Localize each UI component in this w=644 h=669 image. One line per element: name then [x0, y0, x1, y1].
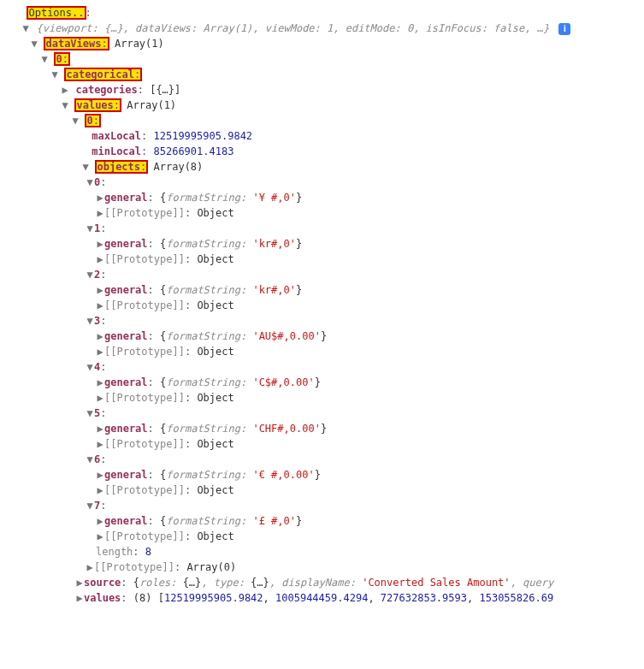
- tw-dv0[interactable]: ▼: [40, 51, 49, 67]
- fs-label-3: formatString:: [166, 330, 252, 342]
- tw-g4[interactable]: ▶: [96, 375, 104, 390]
- tw-values2[interactable]: ▶: [75, 590, 84, 606]
- val-length: 8: [145, 546, 151, 558]
- tw-o6[interactable]: ▼: [86, 452, 94, 467]
- key-dv0[interactable]: 0: [56, 53, 62, 65]
- fs-value-1: 'kr#,0': [252, 238, 296, 250]
- fs-value-6: '€ #,0.00': [252, 469, 314, 481]
- tw-objects[interactable]: ▼: [81, 159, 90, 175]
- colon: :: [86, 7, 92, 19]
- options-label[interactable]: Options..: [27, 7, 85, 19]
- proto-k-6[interactable]: [[Prototype]]: [104, 484, 185, 496]
- tw-proto-objects[interactable]: ▶: [86, 559, 94, 575]
- key-general-7[interactable]: general: [104, 515, 148, 527]
- key-v0[interactable]: 0: [86, 115, 92, 127]
- tw-p3[interactable]: ▶: [96, 344, 104, 359]
- proto-k-1[interactable]: [[Prototype]]: [104, 253, 185, 265]
- tw-g5[interactable]: ▶: [96, 421, 104, 436]
- tw-g2[interactable]: ▶: [96, 282, 104, 298]
- proto-v-2: Object: [197, 299, 233, 311]
- src-disp-v: 'Converted Sales Amount': [362, 577, 510, 589]
- proto-v-5: Object: [197, 438, 233, 450]
- v2-3: 153055826.69: [479, 592, 553, 604]
- key-length[interactable]: length: [96, 546, 133, 558]
- fs-label-0: formatString:: [166, 192, 252, 204]
- tw-g0[interactable]: ▶: [96, 190, 104, 205]
- tw-values[interactable]: ▼: [61, 98, 69, 113]
- brace-close: }: [296, 192, 302, 204]
- key-general-1[interactable]: general: [104, 238, 148, 250]
- proto-k-2[interactable]: [[Prototype]]: [104, 299, 185, 311]
- tw-o2[interactable]: ▼: [86, 267, 94, 282]
- key-values[interactable]: values: [76, 99, 113, 111]
- values2-count: (8): [133, 592, 152, 604]
- fs-value-3: 'AU$#,0.00': [252, 330, 320, 342]
- key-categorical[interactable]: categorical: [66, 68, 133, 80]
- proto-v-objects: Array(0): [186, 561, 236, 573]
- proto-k-7[interactable]: [[Prototype]]: [104, 530, 185, 542]
- v2-0: 12519995905.9842: [164, 592, 263, 604]
- type-dataviews: Array(1): [115, 38, 164, 50]
- tw-root[interactable]: ▼: [21, 21, 30, 36]
- fs-value-0: '¥ #,0': [252, 192, 296, 204]
- tw-o7[interactable]: ▼: [86, 498, 94, 513]
- tw-o5[interactable]: ▼: [86, 406, 94, 421]
- v2-1: 1005944459.4294: [275, 592, 368, 604]
- key-general-5[interactable]: general: [104, 423, 148, 435]
- fs-value-4: 'C$#,0.00': [252, 376, 314, 388]
- tw-p2[interactable]: ▶: [96, 298, 104, 313]
- type-values: Array(1): [127, 99, 176, 111]
- tw-p6[interactable]: ▶: [96, 483, 104, 498]
- key-general-6[interactable]: general: [104, 469, 148, 481]
- val-categories: [{…}]: [150, 84, 180, 96]
- tw-g6[interactable]: ▶: [96, 467, 104, 483]
- key-objects[interactable]: objects: [97, 161, 140, 173]
- key-general-2[interactable]: general: [104, 284, 148, 296]
- tw-g7[interactable]: ▶: [96, 513, 104, 529]
- key-dataviews[interactable]: dataViews: [45, 38, 101, 50]
- tw-o1[interactable]: ▼: [86, 221, 94, 236]
- tw-options[interactable]: [13, 5, 21, 21]
- key-source[interactable]: source: [84, 577, 121, 589]
- summary-root[interactable]: {viewport: {…}, dataViews: Array(1), vie…: [36, 22, 549, 34]
- tw-p0[interactable]: ▶: [96, 205, 104, 221]
- proto-k-5[interactable]: [[Prototype]]: [104, 438, 185, 450]
- proto-k-objects[interactable]: [[Prototype]]: [94, 561, 174, 573]
- key-minlocal[interactable]: minLocal: [92, 145, 141, 157]
- key-categories[interactable]: categories: [75, 84, 137, 96]
- tw-o4[interactable]: ▼: [86, 359, 94, 375]
- fs-value-7: '£ #,0': [252, 515, 296, 527]
- vals-open: [: [158, 592, 164, 604]
- tw-p4[interactable]: ▶: [96, 390, 104, 406]
- key-values2[interactable]: values: [84, 592, 121, 604]
- src-brace: {: [133, 577, 139, 589]
- tw-p5[interactable]: ▶: [96, 436, 104, 452]
- src-roles-v: {…}: [183, 577, 202, 589]
- tw-v0[interactable]: ▼: [71, 113, 80, 128]
- key-maxlocal[interactable]: maxLocal: [92, 130, 141, 142]
- tw-dataviews[interactable]: ▼: [30, 36, 38, 51]
- val-minlocal: 85266901.4183: [153, 145, 233, 157]
- proto-k-3[interactable]: [[Prototype]]: [104, 346, 185, 358]
- tw-source[interactable]: ▶: [75, 575, 84, 590]
- key-general-3[interactable]: general: [104, 330, 148, 342]
- tw-categorical[interactable]: ▼: [50, 67, 59, 82]
- src-disp-k: , displayName:: [269, 577, 362, 589]
- key-general-4[interactable]: general: [104, 376, 148, 388]
- sep0: ,: [263, 592, 275, 604]
- info-icon[interactable]: i: [558, 23, 570, 35]
- key-general-0[interactable]: general: [104, 192, 148, 204]
- proto-k-4[interactable]: [[Prototype]]: [104, 392, 185, 404]
- tw-o3[interactable]: ▼: [86, 313, 94, 329]
- tw-p7[interactable]: ▶: [96, 529, 104, 544]
- proto-v-4: Object: [197, 392, 233, 404]
- fs-label-5: formatString:: [166, 423, 252, 435]
- sep1: ,: [368, 592, 380, 604]
- tw-g1[interactable]: ▶: [96, 236, 104, 252]
- tw-p1[interactable]: ▶: [96, 252, 104, 267]
- proto-k-0[interactable]: [[Prototype]]: [104, 207, 185, 219]
- tw-categories[interactable]: ▶: [61, 82, 69, 98]
- src-roles-k: roles:: [139, 577, 183, 589]
- tw-g3[interactable]: ▶: [96, 329, 104, 344]
- tw-o0[interactable]: ▼: [86, 175, 94, 190]
